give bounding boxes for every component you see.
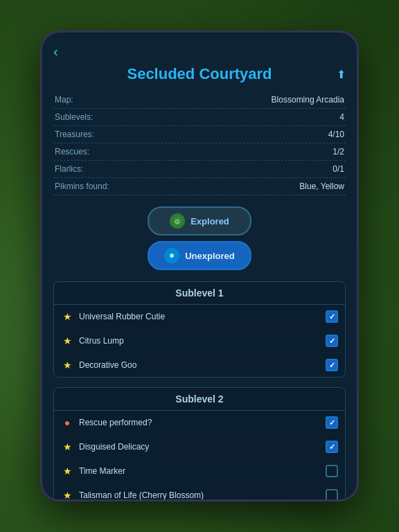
info-table: Map:Blossoming ArcadiaSublevels:4Treasur…	[53, 91, 346, 195]
list-item: ★Citrus Lump	[54, 329, 345, 353]
item-label: Universal Rubber Cutie	[79, 312, 320, 321]
item-label: Disguised Delicacy	[79, 442, 320, 452]
item-checkbox[interactable]	[326, 441, 338, 453]
item-checkbox[interactable]	[326, 465, 338, 477]
list-item: ●Rescue performed?	[54, 411, 345, 435]
star-icon: ★	[61, 441, 73, 452]
screen: ‹ Secluded Courtyard ⬆ Map:Blossoming Ar…	[42, 33, 357, 499]
info-label: Pikmins found:	[53, 178, 170, 195]
sublevel-1: Sublevel 1★Universal Rubber Cutie★Citrus…	[53, 281, 346, 378]
item-label: Decorative Goo	[79, 360, 320, 370]
tablet-frame: ‹ Secluded Courtyard ⬆ Map:Blossoming Ar…	[40, 30, 359, 502]
item-checkbox[interactable]	[326, 335, 338, 347]
unexplored-button[interactable]: Unexplored	[148, 241, 251, 270]
explored-icon: G	[170, 213, 185, 229]
info-value: 0/1	[170, 161, 346, 178]
sublevel-2-title: Sublevel 2	[54, 388, 345, 411]
star-icon: ★	[61, 311, 73, 322]
list-item: ★Talisman of Life (Cherry Blossom)	[54, 484, 345, 499]
sublevels-container: Sublevel 1★Universal Rubber Cutie★Citrus…	[53, 281, 346, 499]
info-row: Sublevels:4	[53, 109, 346, 126]
sublevel-1-title: Sublevel 1	[54, 282, 345, 305]
page-title: Secluded Courtyard	[53, 65, 346, 83]
list-item: ★Universal Rubber Cutie	[54, 305, 345, 329]
star-icon: ★	[61, 360, 73, 371]
item-label: Time Marker	[79, 466, 320, 476]
unexplored-icon	[164, 248, 179, 263]
star-icon: ★	[61, 466, 73, 477]
info-row: Map:Blossoming Arcadia	[53, 91, 346, 109]
explored-label: Explored	[190, 216, 229, 227]
star-icon: ★	[61, 490, 73, 499]
rescue-icon: ●	[61, 417, 73, 428]
info-value: 4	[170, 109, 346, 126]
info-row: Flarlics:0/1	[53, 161, 346, 178]
info-label: Map:	[53, 91, 170, 109]
unexplored-label: Unexplored	[185, 251, 235, 261]
item-label: Rescue performed?	[79, 418, 320, 427]
info-value: Blue, Yellow	[170, 178, 346, 195]
item-label: Citrus Lump	[79, 336, 320, 346]
info-label: Treasures:	[53, 126, 170, 143]
info-label: Flarlics:	[53, 161, 170, 178]
info-label: Rescues:	[53, 143, 170, 161]
status-buttons: G Explored Unexplored	[53, 206, 346, 270]
back-button[interactable]: ‹	[53, 44, 58, 60]
list-item: ★Decorative Goo	[54, 353, 345, 377]
svg-text:G: G	[175, 218, 180, 225]
explored-button[interactable]: G Explored	[148, 206, 251, 236]
info-row: Pikmins found:Blue, Yellow	[53, 178, 346, 195]
item-label: Talisman of Life (Cherry Blossom)	[79, 490, 320, 499]
svg-point-3	[170, 254, 174, 258]
item-checkbox[interactable]	[326, 359, 338, 371]
info-value: 1/2	[170, 143, 346, 161]
list-item: ★Time Marker	[54, 459, 345, 484]
item-checkbox[interactable]	[326, 310, 338, 323]
info-row: Treasures:4/10	[53, 126, 346, 143]
star-icon: ★	[61, 335, 73, 346]
share-icon[interactable]: ⬆	[337, 68, 346, 81]
info-label: Sublevels:	[53, 109, 170, 126]
info-value: 4/10	[170, 126, 346, 143]
item-checkbox[interactable]	[326, 416, 338, 429]
item-checkbox[interactable]	[326, 489, 338, 499]
sublevel-2: Sublevel 2●Rescue performed?★Disguised D…	[53, 387, 346, 499]
list-item: ★Disguised Delicacy	[54, 435, 345, 459]
info-row: Rescues:1/2	[53, 143, 346, 161]
info-value: Blossoming Arcadia	[170, 91, 346, 109]
